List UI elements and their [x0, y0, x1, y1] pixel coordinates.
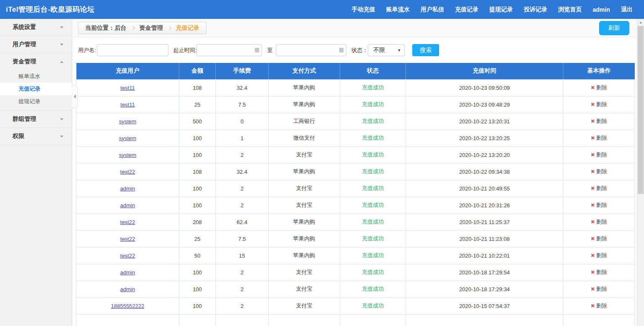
delete-button[interactable]: ✖删除 — [591, 118, 607, 124]
user-link[interactable]: admin — [120, 286, 135, 292]
nav-manual-recharge[interactable]: 手动充值 — [346, 6, 381, 13]
delete-button[interactable]: ✖删除 — [591, 84, 607, 91]
table-row: admin 100 2 支付宝 充值成功 2020-10-18 17:29:34… — [76, 281, 635, 297]
delete-button[interactable]: ✖删除 — [591, 303, 607, 309]
user-link[interactable]: test11 — [120, 102, 135, 108]
user-link[interactable]: admin — [120, 269, 135, 276]
fee-cell: 2 — [216, 197, 269, 214]
nav-admin-account[interactable]: admin — [587, 6, 615, 13]
user-link[interactable]: system — [119, 135, 136, 141]
search-button[interactable]: 搜索 — [412, 44, 439, 56]
sidebar-item-permissions[interactable]: 权限 — [0, 128, 72, 145]
delete-label: 删除 — [596, 269, 607, 275]
time-cell: 2020-10-22 09:34:38 — [406, 163, 563, 180]
table-row: system 500 0 工商银行 充值成功 2020-10-22 13:20:… — [76, 113, 635, 130]
delete-button[interactable]: ✖删除 — [591, 135, 607, 141]
payment-method-cell: 支付宝 — [269, 146, 340, 163]
table-row: 18855552222 100 2 支付宝 充值成功 2020-10-15 07… — [76, 297, 635, 314]
delete-label: 删除 — [596, 151, 607, 158]
delete-button[interactable]: ✖删除 — [591, 286, 607, 292]
date-to-input[interactable] — [276, 44, 346, 56]
status-badge: 充值成功 — [362, 269, 384, 275]
nav-user-messages[interactable]: 用户私信 — [415, 6, 450, 13]
user-link[interactable]: test22 — [120, 169, 135, 175]
delete-button[interactable]: ✖删除 — [591, 269, 607, 275]
payment-method-cell: 支付宝 — [269, 197, 340, 214]
user-link[interactable]: 18855552222 — [111, 303, 144, 309]
sidebar-item-user-management[interactable]: 用户管理 — [0, 36, 72, 53]
delete-icon: ✖ — [591, 152, 595, 158]
scrollbar-thumb[interactable] — [638, 26, 644, 194]
sidebar-item-group-management[interactable]: 群组管理 — [0, 111, 72, 128]
delete-button[interactable]: ✖删除 — [591, 235, 607, 242]
nav-browse-home[interactable]: 浏览首页 — [553, 6, 587, 13]
user-link[interactable]: test11 — [120, 85, 135, 91]
vertical-scrollbar[interactable]: ▲ — [637, 19, 644, 326]
sidebar-item-withdraw-records[interactable]: 提现记录 — [0, 95, 72, 108]
to-label: 至 — [267, 47, 272, 54]
user-link[interactable]: system — [119, 152, 136, 158]
fee-cell: 2 — [216, 146, 269, 163]
delete-button[interactable]: ✖删除 — [591, 101, 607, 107]
fee-cell: 7.5 — [216, 230, 269, 247]
delete-button[interactable]: ✖删除 — [591, 219, 607, 225]
sidebar-item-fund-management[interactable]: 资金管理 — [0, 53, 72, 70]
time-cell: 2020-10-21 11:25:37 — [406, 214, 563, 230]
status-select[interactable]: 不限 ▼ — [368, 44, 405, 56]
delete-button[interactable]: ✖删除 — [591, 168, 607, 175]
delete-icon: ✖ — [591, 219, 595, 225]
breadcrumb: 当前位置：后台 资金管理 充值记录 — [78, 22, 207, 34]
sidebar-item-system-settings[interactable]: 系统设置 — [0, 19, 72, 36]
payment-method-cell — [269, 314, 340, 326]
delete-button[interactable] — [598, 320, 599, 326]
delete-icon: ✖ — [591, 135, 595, 141]
refresh-button[interactable]: 刷新 — [599, 21, 629, 35]
chevron-down-icon — [60, 118, 63, 120]
user-link[interactable]: test22 — [120, 253, 135, 259]
nav-complaint-records[interactable]: 投诉记录 — [518, 6, 553, 13]
user-link[interactable]: admin — [120, 202, 135, 209]
status-badge: 充值成功 — [362, 185, 384, 191]
sidebar-group-label: 群组管理 — [13, 115, 36, 123]
nav-bill-flow[interactable]: 账单流水 — [381, 6, 415, 13]
user-link[interactable]: test22 — [120, 236, 135, 242]
payment-method-cell: 工商银行 — [269, 113, 340, 130]
table-row: test22 25 7.5 苹果内购 充值成功 2020-10-21 11:23… — [76, 230, 635, 247]
time-cell: 2020-10-22 13:20:25 — [406, 130, 563, 146]
delete-icon: ✖ — [591, 236, 595, 242]
user-link[interactable]: admin — [120, 185, 135, 192]
delete-button[interactable]: ✖删除 — [591, 185, 607, 191]
sidebar-collapse-handle[interactable] — [72, 85, 78, 108]
table-row: test22 108 32.4 苹果内购 充值成功 2020-10-22 09:… — [76, 163, 635, 180]
user-link[interactable]: test22 — [120, 219, 135, 225]
nav-recharge-records[interactable]: 充值记录 — [450, 6, 484, 13]
delete-label: 删除 — [596, 252, 607, 258]
table-row: admin 100 2 支付宝 充值成功 2020-10-18 17:29:54… — [76, 264, 635, 281]
user-link[interactable]: system — [119, 118, 136, 125]
nav-logout[interactable]: 退出 — [615, 6, 638, 13]
delete-button[interactable]: ✖删除 — [591, 151, 607, 158]
delete-button[interactable]: ✖删除 — [591, 202, 607, 208]
table-row: test22 50 15 苹果内购 充值成功 2020-10-21 10:22:… — [76, 247, 635, 264]
status-badge: 充值成功 — [362, 151, 384, 158]
calendar-icon[interactable]: ▦ — [254, 47, 259, 52]
amount-cell: 25 — [179, 230, 216, 247]
chevron-down-icon — [60, 136, 63, 138]
status-badge: 充值成功 — [362, 135, 384, 141]
calendar-icon[interactable]: ▦ — [339, 47, 344, 52]
username-input[interactable] — [97, 44, 168, 56]
delete-label: 删除 — [596, 135, 607, 141]
nav-withdraw-records[interactable]: 提现记录 — [484, 6, 518, 13]
delete-button[interactable]: ✖删除 — [591, 252, 607, 258]
sidebar-item-recharge-records[interactable]: 充值记录 — [0, 83, 72, 95]
breadcrumb-location: 当前位置：后台 — [85, 24, 126, 32]
username-label: 用户名: — [78, 47, 96, 54]
scrollbar-up-icon[interactable]: ▲ — [637, 19, 644, 26]
header-status: 状态 — [340, 63, 406, 79]
table-row: test11 108 32.4 苹果内购 充值成功 2020-10-23 09:… — [76, 79, 635, 96]
collapse-arrow-icon — [73, 94, 76, 99]
sidebar-item-bill-flow[interactable]: 账单流水 — [0, 70, 72, 83]
status-select-value: 不限 — [373, 47, 385, 54]
date-from-input[interactable] — [196, 44, 262, 56]
time-cell: 2020-10-22 13:20:31 — [406, 113, 563, 130]
